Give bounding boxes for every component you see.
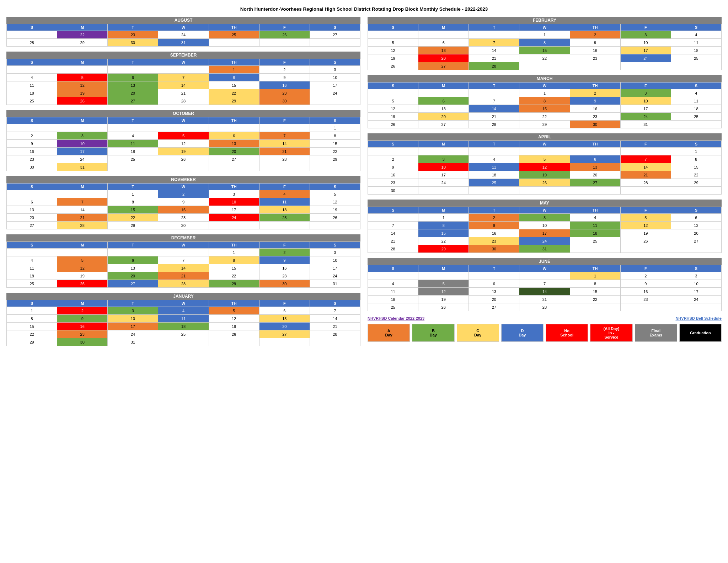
- may-block: MAY S M T W TH F S 1: [368, 200, 722, 253]
- cell: 4: [158, 307, 209, 315]
- cell: [7, 124, 57, 132]
- cell: 3: [671, 272, 721, 280]
- jun-hdr-th: TH: [570, 265, 620, 272]
- cell: [158, 66, 209, 74]
- cell: [259, 163, 310, 171]
- cell: [418, 148, 469, 155]
- november-block: NOVEMBER S M T W TH F S: [6, 176, 360, 229]
- cell: 3: [310, 66, 360, 74]
- feb-hdr-th: TH: [570, 24, 620, 31]
- cell: 7: [57, 198, 108, 206]
- table-row: 25 26 27 28 29 30: [7, 97, 360, 105]
- cell: 20: [418, 113, 469, 121]
- cell: 15: [570, 288, 620, 296]
- cell: 30: [57, 338, 108, 346]
- aug-hdr-t: T: [108, 24, 158, 31]
- cell: 23: [620, 296, 671, 303]
- cell: 2: [7, 132, 57, 140]
- cell: 23: [259, 272, 310, 280]
- cell: 27: [7, 222, 57, 229]
- table-row: 25 26 27 28: [368, 303, 722, 311]
- cell: 4: [671, 31, 721, 39]
- cell: 24: [310, 89, 360, 97]
- legend-row: ADay BDay CDay DDay NoSchool (All Day)In…: [368, 324, 722, 342]
- cell: 3: [57, 132, 108, 140]
- cell: [671, 121, 721, 128]
- cell: 16: [620, 288, 671, 296]
- cell: 12: [418, 288, 469, 296]
- cell: 25: [671, 113, 721, 121]
- cell: 23: [570, 54, 620, 62]
- cell: [671, 245, 721, 253]
- cell: 7: [519, 280, 570, 288]
- cell: [209, 39, 259, 47]
- table-row: 28 29 30 31: [7, 39, 360, 47]
- cell: 1: [310, 124, 360, 132]
- cell: 23: [469, 237, 519, 245]
- cell: 15: [209, 81, 259, 89]
- sep-hdr-th: TH: [209, 59, 259, 66]
- cell: [620, 245, 671, 253]
- october-block: OCTOBER S M T W TH F S: [6, 110, 360, 171]
- jan-hdr-th: TH: [209, 300, 259, 307]
- cell: 22: [519, 54, 570, 62]
- cell: 22: [519, 113, 570, 121]
- cell: 13: [570, 163, 620, 171]
- cell: [108, 66, 158, 74]
- jun-hdr-w: W: [519, 265, 570, 272]
- nov-hdr-w: W: [158, 184, 209, 190]
- table-row: 5 6 7 8 9 10 11: [368, 39, 722, 47]
- december-table: S M T W TH F S 1: [6, 241, 360, 288]
- cell: 27: [209, 155, 259, 163]
- sep-hdr-m: M: [57, 59, 108, 66]
- january-title: JANUARY: [6, 293, 360, 300]
- cell: 24: [418, 179, 469, 187]
- table-row: 2 3 4 5 6 7 8: [368, 155, 722, 163]
- cell: 13: [209, 140, 259, 148]
- cell: 26: [259, 31, 310, 39]
- cell: 16: [57, 323, 108, 330]
- september-block: SEPTEMBER S M T W TH F S: [6, 52, 360, 105]
- cell: 8: [108, 198, 158, 206]
- nov-hdr-m: M: [57, 184, 108, 190]
- jan-hdr-t: T: [108, 300, 158, 307]
- cell: 4: [671, 89, 721, 97]
- cell: 29: [209, 97, 259, 105]
- cell: 22: [209, 272, 259, 280]
- october-table: S M T W TH F S: [6, 117, 360, 171]
- cell: 17: [671, 288, 721, 296]
- cell: 19: [158, 148, 209, 155]
- cell: 5: [57, 256, 108, 264]
- cell: 1: [209, 66, 259, 74]
- cell: 16: [259, 264, 310, 272]
- table-row: 1 2 3: [7, 249, 360, 256]
- cell: [108, 249, 158, 256]
- right-column: FEBRUARY S M T W TH F S: [368, 17, 722, 351]
- table-row: 26 27 28: [368, 62, 722, 70]
- cell: 15: [671, 163, 721, 171]
- cell: 29: [108, 222, 158, 229]
- cell: 2: [570, 89, 620, 97]
- calendar-link[interactable]: NHVRHSD Calendar 2022-2023: [368, 316, 424, 320]
- cell: 20: [108, 272, 158, 280]
- cell: 1: [209, 249, 259, 256]
- table-row: 1 2 3: [368, 272, 722, 280]
- dec-hdr-m: M: [57, 242, 108, 249]
- cell: 11: [158, 315, 209, 323]
- cell: 26: [620, 237, 671, 245]
- bell-schedule-link[interactable]: NHVRHSD Bell Schedule: [675, 316, 722, 320]
- may-hdr-s2: S: [671, 207, 721, 214]
- cell: 21: [368, 237, 418, 245]
- cell: 16: [570, 105, 620, 113]
- cell: 9: [469, 222, 519, 229]
- cell: 7: [469, 97, 519, 105]
- feb-hdr-s2: S: [671, 24, 721, 31]
- cell: 22: [108, 214, 158, 222]
- cell: [519, 62, 570, 70]
- cell: 13: [108, 264, 158, 272]
- sep-hdr-s2: S: [310, 59, 360, 66]
- cell: 14: [469, 105, 519, 113]
- cell: 21: [469, 113, 519, 121]
- cell: 4: [7, 256, 57, 264]
- nov-hdr-th: TH: [209, 184, 259, 190]
